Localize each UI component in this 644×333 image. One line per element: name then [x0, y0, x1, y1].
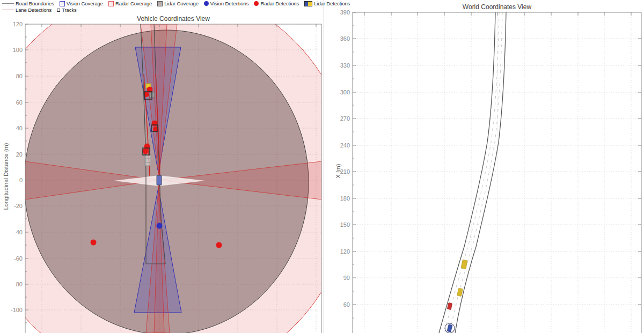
- y-tick-label: 330: [340, 62, 350, 69]
- y-tick-label: 90: [343, 275, 350, 281]
- radar-detection-dot-icon: [254, 1, 259, 6]
- world-coordinates-panel: 3903603303002702402101801501209060: [324, 0, 644, 333]
- legend-label: Tracks: [62, 7, 77, 13]
- legend-label: Radar Detections: [260, 1, 299, 6]
- lane-detections-line-icon: [2, 10, 14, 10]
- lane-marking: [450, 12, 502, 333]
- sensor-fusion-app: { "colors":{ "vision-blue":"#2f2fbe","ra…: [0, 0, 644, 333]
- right-plot-title: World Coordinates View: [353, 3, 641, 11]
- radar-detection: [143, 149, 149, 154]
- y-tick-label: 100: [13, 47, 23, 53]
- y-tick-label: 80: [16, 73, 23, 79]
- y-tick-label: 120: [13, 21, 23, 27]
- vision-detection: [157, 223, 163, 229]
- y-tick-label: -20: [14, 203, 23, 209]
- legend-item-vision-coverage: Vision Coverage: [60, 1, 103, 6]
- y-tick-label: -60: [14, 255, 23, 262]
- y-tick-label: -40: [14, 229, 23, 235]
- legend-item-road-boundaries: Road Boundaries: [2, 1, 54, 6]
- y-tick-label: 60: [16, 99, 23, 106]
- legend-row-2: Lane Detections Tracks: [2, 7, 350, 13]
- road-boundaries-line-icon: [2, 3, 14, 4]
- y-tick-label: 360: [340, 35, 350, 42]
- figure-legend: Road Boundaries Vision Coverage Radar Co…: [2, 1, 350, 13]
- y-tick-label: 20: [16, 151, 23, 158]
- track-square-icon: [57, 9, 60, 12]
- y-tick-label: 180: [340, 195, 350, 202]
- left-plot-title: Vehicle Coordinates View: [25, 15, 321, 23]
- left-y-axis-label: Longitudinal Distance (m): [3, 16, 9, 333]
- y-tick-label: 240: [340, 142, 350, 149]
- road-boundary-left: [439, 12, 495, 333]
- y-tick-label: 300: [340, 89, 350, 95]
- legend-item-radar-detections: Radar Detections: [254, 1, 299, 6]
- legend-row-1: Road Boundaries Vision Coverage Radar Co…: [2, 1, 350, 6]
- lidar-coverage-swatch-icon: [157, 1, 163, 6]
- y-tick-label: 40: [16, 125, 23, 131]
- legend-item-tracks: Tracks: [57, 7, 77, 13]
- legend-item-lidar-detections: Lidar Detections: [304, 1, 350, 6]
- legend-label: Vision Detections: [210, 1, 249, 6]
- radar-detection: [216, 242, 222, 248]
- legend-label: Lane Detections: [16, 7, 52, 13]
- legend-item-vision-detections: Vision Detections: [204, 1, 249, 6]
- y-tick-label: 210: [340, 168, 350, 175]
- y-tick-label: 120: [340, 248, 350, 255]
- vehicle-red: [447, 302, 452, 309]
- legend-label: Lidar Detections: [314, 1, 350, 6]
- legend-item-radar-coverage: Radar Coverage: [108, 1, 152, 6]
- road-boundary-right: [455, 12, 506, 333]
- vehicle-yellow: [461, 260, 467, 269]
- radar-detection: [152, 121, 158, 127]
- y-tick-label: 270: [340, 115, 350, 122]
- y-tick-label: -80: [14, 281, 23, 287]
- vehicle-coordinates-panel: 120100806040200-20-40-60-80-100: [0, 0, 324, 333]
- ego-vehicle: [157, 175, 162, 185]
- legend-label: Radar Coverage: [115, 1, 152, 6]
- legend-item-lane-detections: Lane Detections: [2, 7, 52, 13]
- ego-vehicle-world: [447, 324, 452, 332]
- lidar-detection-box-icon: [304, 1, 312, 6]
- legend-label: Vision Coverage: [67, 1, 103, 6]
- vehicle-yellow: [457, 288, 463, 296]
- vision-coverage-swatch-icon: [60, 1, 65, 6]
- track-history-box: [145, 155, 151, 166]
- y-tick-label: 60: [343, 301, 350, 308]
- y-tick-label: -100: [11, 307, 23, 313]
- legend-label: Road Boundaries: [16, 1, 54, 6]
- radar-coverage-swatch-icon: [108, 1, 114, 6]
- vision-detection-dot-icon: [204, 1, 209, 6]
- panel-divider: [324, 0, 324, 333]
- legend-item-lidar-coverage: Lidar Coverage: [157, 1, 199, 6]
- y-tick-label: 0: [19, 177, 23, 183]
- legend-label: Lidar Coverage: [164, 1, 199, 6]
- radar-detection: [91, 240, 97, 246]
- right-y-axis-label: X (m): [335, 117, 341, 225]
- y-tick-label: 150: [340, 221, 350, 228]
